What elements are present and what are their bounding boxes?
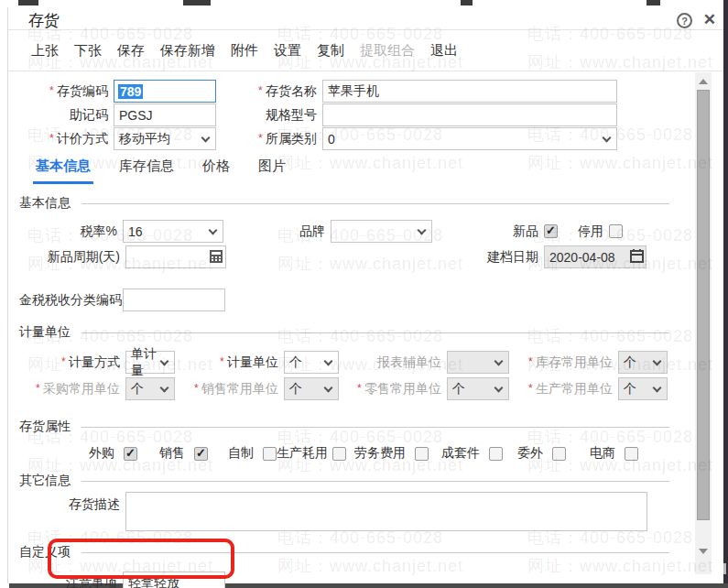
- retail-unit-value: 个: [452, 381, 465, 397]
- report-aux-unit-select[interactable]: [447, 351, 509, 374]
- scroll-down-arrow-icon[interactable]: [699, 549, 708, 554]
- tab-price[interactable]: 价格: [200, 155, 233, 184]
- inventory-name-input[interactable]: [322, 80, 617, 103]
- attr-production-use-label: 生产耗用: [277, 445, 329, 462]
- toolbar-attachment-button[interactable]: 附件: [231, 42, 258, 60]
- purchase-unit-value: 个: [131, 381, 144, 397]
- section-other-info: 其它信息: [19, 473, 697, 489]
- attr-kit-checkbox[interactable]: [489, 447, 503, 461]
- chevron-down-icon: [603, 133, 612, 142]
- toolbar: 上张 下张 保存 保存新增 附件 设置 复制 提取组合 退出: [8, 30, 723, 71]
- background-window-edge: [723, 0, 728, 588]
- section-divider: [81, 552, 669, 553]
- chevron-down-icon: [324, 383, 333, 392]
- brand-label: 品牌: [223, 223, 331, 240]
- tax-rate-label: 税率%: [19, 223, 123, 240]
- section-divider: [81, 427, 669, 428]
- new-product-cycle-label: 新品周期(天): [19, 249, 125, 266]
- unit-select[interactable]: 个: [284, 351, 339, 374]
- new-product-cycle-field: [125, 245, 226, 268]
- chevron-down-icon: [653, 383, 662, 392]
- chevron-down-icon: [160, 383, 169, 392]
- section-other-info-title: 其它信息: [19, 473, 71, 489]
- inventory-dialog: 存货 ? ✕ 上张 下张 保存 保存新增 附件 设置 复制 提取组合 退出 存货…: [7, 7, 723, 583]
- chevron-down-icon: [201, 133, 211, 142]
- note-input[interactable]: [123, 572, 225, 588]
- attr-sales-checkbox[interactable]: [194, 447, 208, 461]
- production-unit-value: 个: [624, 381, 636, 397]
- valuation-method-value: 移动平均: [119, 131, 170, 147]
- golden-tax-code-label: 金税税收分类编码: [19, 292, 123, 309]
- retail-unit-select[interactable]: 个: [447, 377, 509, 400]
- stock-unit-select[interactable]: 个: [618, 351, 668, 374]
- brand-select[interactable]: [331, 220, 432, 243]
- toolbar-save-button[interactable]: 保存: [117, 42, 145, 60]
- toolbar-settings-button[interactable]: 设置: [274, 42, 301, 60]
- inventory-code-label: 存货编码: [19, 83, 114, 100]
- valuation-method-select[interactable]: 移动平均: [114, 127, 216, 150]
- calculator-icon[interactable]: [209, 249, 223, 264]
- chevron-down-icon: [209, 225, 218, 234]
- section-basic-info-title: 基本信息: [19, 195, 71, 212]
- toolbar-exit-button[interactable]: 退出: [430, 42, 458, 60]
- form-content: 存货编码 789 存货名称 助记码 规格型号 计价方式 移动平均 所属类: [19, 72, 697, 588]
- close-icon[interactable]: ✕: [703, 10, 716, 29]
- new-product-checkbox[interactable]: [544, 224, 558, 238]
- section-attributes: 存货属性: [19, 419, 697, 435]
- spec-model-input[interactable]: [322, 103, 617, 126]
- stock-unit-label: 库存常用单位: [509, 354, 618, 371]
- category-value: 0: [328, 132, 335, 147]
- help-icon[interactable]: ?: [677, 13, 692, 28]
- tab-stock-info[interactable]: 库存信息: [116, 155, 177, 184]
- attr-production-use-checkbox[interactable]: [332, 447, 346, 461]
- category-select[interactable]: 0: [322, 127, 617, 150]
- inventory-code-input[interactable]: 789: [114, 80, 216, 103]
- toolbar-next-button[interactable]: 下张: [74, 42, 102, 60]
- tab-basic-info[interactable]: 基本信息: [33, 155, 93, 184]
- attr-sales-label: 销售: [137, 445, 190, 462]
- unit-value: 个: [289, 354, 302, 371]
- unit-mode-value: 单计量: [131, 346, 161, 379]
- attr-labor-cost-checkbox[interactable]: [415, 447, 429, 461]
- toolbar-copy-button[interactable]: 复制: [317, 42, 344, 60]
- mnemonic-input[interactable]: [114, 103, 216, 126]
- discontinued-checkbox[interactable]: [609, 224, 623, 238]
- purchase-unit-select[interactable]: 个: [125, 377, 175, 400]
- attr-self-made-checkbox[interactable]: [263, 447, 277, 461]
- vertical-scrollbar[interactable]: [695, 72, 712, 574]
- mnemonic-label: 助记码: [19, 107, 114, 124]
- toolbar-extract-combo-button: 提取组合: [360, 42, 415, 60]
- attr-ecommerce-checkbox[interactable]: [625, 447, 638, 461]
- unit-mode-label: 计量方式: [19, 354, 125, 371]
- scrollbar-thumb[interactable]: [697, 90, 710, 520]
- attr-subcontract-checkbox[interactable]: [552, 447, 566, 461]
- purchase-unit-label: 采购常用单位: [19, 381, 125, 397]
- description-textarea[interactable]: [125, 492, 647, 531]
- section-basic-info: 基本信息: [19, 195, 697, 212]
- calendar-icon[interactable]: [630, 249, 644, 263]
- unit-mode-select[interactable]: 单计量: [125, 351, 175, 374]
- section-units-title: 计量单位: [19, 324, 71, 341]
- attr-outsourced-label: 外购: [19, 445, 120, 462]
- dialog-titlebar: 存货 ? ✕: [8, 7, 723, 30]
- production-unit-label: 生产常用单位: [509, 381, 618, 397]
- tax-rate-select[interactable]: 16: [123, 220, 223, 243]
- sales-unit-label: 销售常用单位: [175, 381, 284, 397]
- tab-image[interactable]: 图片: [255, 155, 288, 184]
- dialog-title: 存货: [28, 10, 60, 31]
- inventory-code-value: 789: [118, 84, 143, 99]
- toolbar-prev-button[interactable]: 上张: [31, 42, 59, 60]
- note-label: 注意事项: [19, 575, 123, 588]
- chevron-down-icon: [324, 356, 333, 365]
- attr-outsourced-checkbox[interactable]: [124, 447, 137, 461]
- production-unit-select[interactable]: 个: [618, 377, 668, 400]
- discontinued-label: 停用: [558, 223, 609, 240]
- scroll-up-arrow-icon[interactable]: [699, 79, 708, 84]
- tax-rate-value: 16: [128, 224, 143, 239]
- sales-unit-select[interactable]: 个: [284, 377, 339, 400]
- section-divider: [81, 332, 669, 333]
- background-window-fragment: [647, 0, 660, 5]
- golden-tax-code-input[interactable]: [123, 289, 225, 311]
- toolbar-save-new-button[interactable]: 保存新增: [160, 42, 215, 60]
- section-custom: 自定义项: [19, 544, 697, 561]
